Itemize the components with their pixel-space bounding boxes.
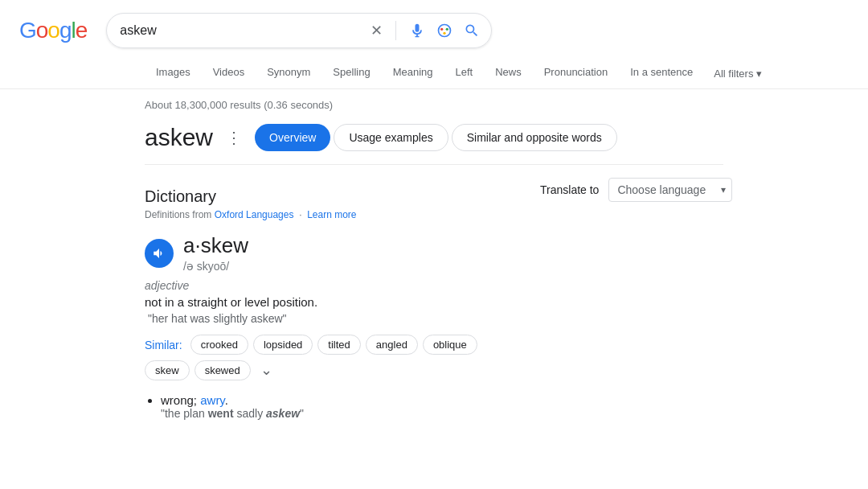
learn-more-link[interactable]: Learn more [307,209,356,220]
translate-container: Translate to Choose language Spanish Fre… [540,178,723,202]
part-of-speech: adjective [145,279,514,292]
word-section-wrapper: Dictionary Definitions from Oxford Langu… [145,175,723,436]
dictionary-source: Definitions from Oxford Languages · Lear… [145,209,514,220]
italic-askew: askew [266,407,300,420]
all-filters-button[interactable]: All filters ▾ [704,61,772,86]
search-bar: ✕ [106,13,492,48]
tab-pronunciation[interactable]: Pronunciation [533,58,620,88]
lang-select-wrapper: Choose language Spanish French German It… [608,178,732,202]
tab-usage-examples[interactable]: Usage examples [334,124,448,151]
tab-similar-opposite[interactable]: Similar and opposite words [452,124,617,151]
expand-similar-button[interactable]: ⌄ [256,360,277,380]
dictionary-section: Dictionary Definitions from Oxford Langu… [145,175,514,436]
svg-point-3 [444,32,446,35]
similar-chip-5[interactable]: skew [145,360,190,380]
results-info: About 18,300,000 results (0.36 seconds) [0,89,868,117]
tab-spelling[interactable]: Spelling [321,58,381,88]
word-tabs: Overview Usage examples Similar and oppo… [255,124,617,151]
mic-icon [409,23,425,39]
translate-label: Translate to [540,183,599,196]
search-button[interactable] [462,21,481,40]
tab-videos[interactable]: Videos [202,58,256,88]
content-left: Dictionary Definitions from Oxford Langu… [145,175,514,436]
oxford-languages-link[interactable]: Oxford Languages [215,209,294,220]
word-display: a·skew [183,233,248,258]
similar-chip-0[interactable]: crooked [190,335,248,355]
tab-meaning[interactable]: Meaning [382,58,444,88]
svg-point-2 [446,28,448,31]
bullet-example: "the plan went sadly askew" [161,407,514,420]
audio-button[interactable] [145,239,174,268]
content-right: Translate to Choose language Spanish Fre… [514,175,723,436]
chevron-down-icon: ▾ [756,68,762,80]
tab-in-a-sentence[interactable]: In a sentence [619,58,704,88]
tab-synonym[interactable]: Synonym [256,58,321,88]
search-tabs: Images Videos Synonym Spelling Meaning L… [0,55,868,89]
section-divider [145,164,723,165]
more-vert-icon: ⋮ [226,129,242,146]
similar-chip-3[interactable]: angled [366,335,418,355]
similar-row: Similar: crooked lopsided tilted angled … [145,335,514,380]
language-select[interactable]: Choose language Spanish French German It… [608,178,732,202]
svg-point-1 [440,28,443,31]
clear-button[interactable]: ✕ [369,20,384,41]
similar-chip-2[interactable]: tilted [317,335,360,355]
similar-label: Similar: [145,339,182,351]
awry-link[interactable]: awry [200,393,225,407]
clear-icon: ✕ [371,22,383,39]
volume-icon [152,246,166,261]
similar-chip-4[interactable]: oblique [423,335,477,355]
example-text: "her hat was slightly askew" [148,312,514,325]
bold-went: went [208,407,234,420]
tab-overview[interactable]: Overview [255,124,330,151]
lens-button[interactable] [435,21,454,40]
pronunciation-row: a·skew /ə skyoō/ [145,233,514,273]
dictionary-title: Dictionary [145,187,514,206]
google-logo: Google [19,18,87,43]
svg-point-0 [439,25,451,37]
definition-text: not in a straight or level position. [145,295,514,309]
search-icon [464,23,480,39]
bullet-def-text: wrong; awry. [161,393,228,407]
mic-button[interactable] [407,21,427,40]
tab-news[interactable]: News [484,58,533,88]
definition-list: wrong; awry. "the plan went sadly askew" [161,393,514,420]
lens-icon [436,23,452,39]
divider-vertical [395,21,396,40]
definition-list-item: wrong; awry. "the plan went sadly askew" [161,393,514,420]
all-filters-label: All filters [714,68,753,80]
similar-chip-1[interactable]: lopsided [253,335,313,355]
search-input[interactable] [120,23,362,38]
word-title: askew [145,124,213,151]
word-phonetic-group: a·skew /ə skyoō/ [183,233,248,273]
similar-chip-6[interactable]: skewed [194,360,251,380]
phonetic-text: /ə skyoō/ [183,260,248,273]
more-options-button[interactable]: ⋮ [223,125,245,150]
tab-images[interactable]: Images [145,58,202,88]
word-header: askew ⋮ Overview Usage examples Similar … [145,124,723,151]
tab-left[interactable]: Left [444,58,485,88]
